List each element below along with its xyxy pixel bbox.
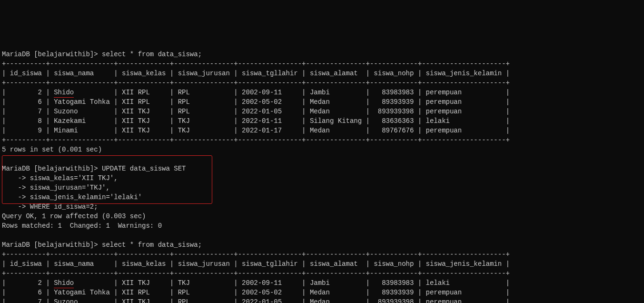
update-line: -> siswa_kelas='XII TKJ', xyxy=(2,174,118,182)
table1-row: | 8 | Kazekami | XII TKJ | TKJ | 2022-01… xyxy=(2,117,510,125)
table1-sep-mid: +----------+----------------+-----------… xyxy=(2,79,510,87)
rows-in-set-1: 5 rows in set (0.001 sec) xyxy=(2,146,102,153)
table1-row: | 2 | Shido | XII RPL | RPL | 2002-09-11… xyxy=(2,89,510,96)
table1-row: | 7 | Suzono | XII TKJ | RPL | 2022-01-0… xyxy=(2,108,510,115)
table2-row: | 6 | Yatogami Tohka | XII RPL | RPL | 2… xyxy=(2,289,510,296)
query-ok: Query OK, 1 row affected (0.003 sec) xyxy=(2,212,146,220)
table2-row: | 7 | Suzono | XII TKJ | RPL | 2022-01-0… xyxy=(2,298,510,303)
table1-sep-top: +----------+----------------+-----------… xyxy=(2,60,510,68)
update-line: -> WHERE id_siswa=2; xyxy=(2,203,98,211)
highlight-name-shido-1: Shido xyxy=(54,88,74,97)
prompt-select-2: MariaDB [belajarwithib]> select * from d… xyxy=(2,241,202,249)
terminal[interactable]: MariaDB [belajarwithib]> select * from d… xyxy=(2,40,642,303)
rows-matched: Rows matched: 1 Changed: 1 Warnings: 0 xyxy=(2,222,162,230)
update-line: -> siswa_jurusan='TKJ', xyxy=(2,184,110,192)
update-line: MariaDB [belajarwithib]> UPDATE data_sis… xyxy=(2,165,186,172)
highlight-name-shido-2: Shido xyxy=(54,278,74,288)
table2-row: | 2 | Shido | XII TKJ | TKJ | 2002-09-11… xyxy=(2,279,510,287)
table2-header: | id_siswa | siswa_nama | siswa_kelas | … xyxy=(2,260,510,268)
table1-header: | id_siswa | siswa_nama | siswa_kelas | … xyxy=(2,70,510,77)
table2-sep-top: +----------+----------------+-----------… xyxy=(2,251,510,258)
prompt-select-1: MariaDB [belajarwithib]> select * from d… xyxy=(2,50,202,58)
table1-sep-bot: +----------+----------------+-----------… xyxy=(2,136,510,144)
table1-row: | 9 | Minami | XII TKJ | TKJ | 2022-01-1… xyxy=(2,127,510,134)
update-line: -> siswa_jenis_kelamin='lelaki' xyxy=(2,193,142,201)
table1-row: | 6 | Yatogami Tohka | XII RPL | RPL | 2… xyxy=(2,98,510,106)
table2-sep-mid: +----------+----------------+-----------… xyxy=(2,270,510,277)
